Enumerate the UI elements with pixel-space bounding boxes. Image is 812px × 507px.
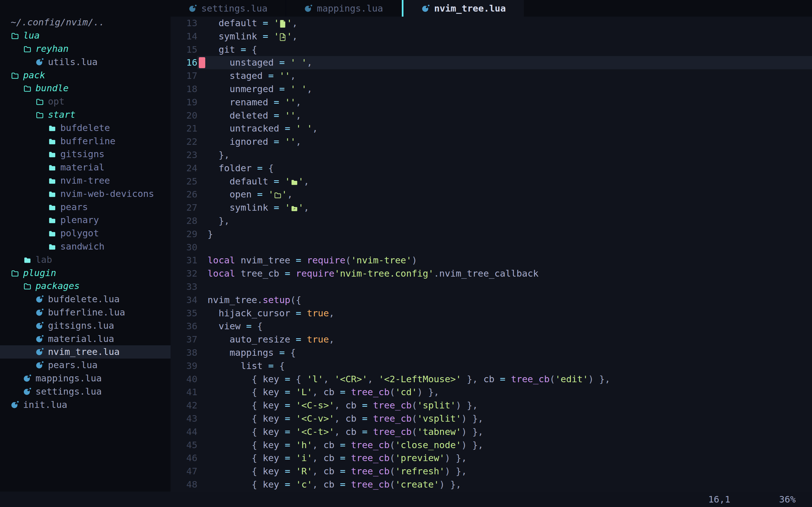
tree-item-gitsigns.lua[interactable]: gitsigns.lua [0, 319, 170, 332]
code-line-43[interactable]: 43 { key = '<C-v>', cb = tree_cb('vsplit… [170, 412, 812, 425]
code-line-46[interactable]: 46 { key = 'i', cb = tree_cb('preview') … [170, 452, 812, 465]
line-text: unmerged = ' ', [197, 82, 312, 96]
code-line-31[interactable]: 31local nvim_tree = require('nvim-tree') [170, 254, 812, 267]
code-line-38[interactable]: 38 mappings = { [170, 346, 812, 359]
code-line-40[interactable]: 40 { key = { 'l', '<CR>', '<2-LeftMouse>… [170, 373, 812, 386]
line-text: unstaged = ' ', [197, 56, 312, 69]
tree-item-nvim_tree.lua[interactable]: nvim_tree.lua [0, 345, 170, 358]
code-line-29[interactable]: 29} [170, 228, 812, 241]
token-pun: , [307, 83, 312, 94]
code-line-24[interactable]: 24 folder = { [170, 162, 812, 175]
token-pun: , [296, 110, 301, 121]
code-line-45[interactable]: 45 { key = 'h', cb = tree_cb('close_node… [170, 439, 812, 452]
tree-item-bufferline.lua[interactable]: bufferline.lua [0, 306, 170, 319]
code-line-37[interactable]: 37 auto_resize = true, [170, 333, 812, 346]
tree-item-utils.lua[interactable]: utils.lua [0, 55, 170, 68]
tree-item-label: gitsigns.lua [48, 320, 114, 331]
tree-item-material.lua[interactable]: material.lua [0, 332, 170, 345]
code-line-39[interactable]: 39 list = { [170, 359, 812, 373]
token-pun: }, [207, 216, 230, 226]
tree-item-start[interactable]: start [0, 108, 170, 121]
token-pun: { [207, 453, 263, 463]
code-line-18[interactable]: 18 unmerged = ' ', [170, 82, 812, 96]
token-str: ' [274, 31, 280, 42]
token-pun: , [335, 427, 345, 437]
code-line-13[interactable]: 13 default = '', [170, 17, 812, 30]
tree-item-label: packages [36, 281, 80, 291]
tree-item-init.lua[interactable]: init.lua [0, 398, 170, 411]
code-line-34[interactable]: 34nvim_tree.setup({ [170, 293, 812, 307]
code-line-26[interactable]: 26 open = '', [170, 188, 812, 201]
tree-item-pack[interactable]: pack [0, 68, 170, 82]
code-line-35[interactable]: 35 hijack_cursor = true, [170, 307, 812, 320]
code-line-44[interactable]: 44 { key = '<C-t>', cb = tree_cb('tabnew… [170, 425, 812, 439]
tree-item-bufferline[interactable]: bufferline [0, 134, 170, 148]
token-pun: { [207, 387, 263, 397]
tree-item-lab[interactable]: lab [0, 253, 170, 266]
tree-item-opt[interactable]: opt [0, 95, 170, 108]
tree-item-reyhan[interactable]: reyhan [0, 42, 170, 55]
code-line-33[interactable]: 33 [170, 280, 812, 293]
tree-item-label: opt [48, 96, 64, 107]
tree-item-packages[interactable]: packages [0, 279, 170, 293]
tree-item-nvim-tree[interactable]: nvim-tree [0, 174, 170, 187]
tree-item-material[interactable]: material [0, 161, 170, 174]
token-op: = [340, 466, 351, 476]
code-line-17[interactable]: 17 staged = '', [170, 69, 812, 82]
tree-item-mappings.lua[interactable]: mappings.lua [0, 372, 170, 385]
token-pun: ( [390, 440, 395, 450]
status-line: 16,1 36% [0, 492, 812, 507]
tree-item-bufdelete[interactable]: bufdelete [0, 121, 170, 134]
tree-item-sandwich[interactable]: sandwich [0, 240, 170, 253]
tab-nvim_tree.lua[interactable]: nvim_tree.lua [403, 0, 524, 17]
tree-item-plugin[interactable]: plugin [0, 266, 170, 279]
token-str: ' [298, 202, 304, 213]
line-number: 17 [170, 69, 197, 82]
tree-item-plenary[interactable]: plenary [0, 214, 170, 227]
token-op: = [268, 360, 279, 371]
tree-item-gitsigns[interactable]: gitsigns [0, 148, 170, 161]
tree-item-nvim-web-devicons[interactable]: nvim-web-devicons [0, 187, 170, 200]
line-number: 28 [170, 214, 197, 228]
code-line-25[interactable]: 25 default = '', [170, 175, 812, 188]
editor-pane[interactable]: 13 default = '',14 symlink = '',15 git =… [170, 17, 812, 492]
token-pun: { [207, 400, 263, 411]
line-text: { key = 'L', cb = tree_cb('cd') }, [197, 386, 439, 399]
code-line-16[interactable]: 16 unstaged = ' ', [170, 56, 812, 69]
tree-item-polygot[interactable]: polygot [0, 227, 170, 240]
tree-root-path[interactable]: ~/.config/nvim/.. [0, 16, 170, 29]
code-line-30[interactable]: 30 [170, 241, 812, 254]
line-number: 44 [170, 425, 197, 439]
tree-item-pears.lua[interactable]: pears.lua [0, 358, 170, 372]
code-line-21[interactable]: 21 untracked = ' ', [170, 122, 812, 135]
code-line-42[interactable]: 42 { key = '<C-s>', cb = tree_cb('split'… [170, 399, 812, 412]
tree-item-bundle[interactable]: bundle [0, 82, 170, 95]
code-line-41[interactable]: 41 { key = 'L', cb = tree_cb('cd') }, [170, 386, 812, 399]
code-line-14[interactable]: 14 symlink = '', [170, 30, 812, 43]
code-line-27[interactable]: 27 symlink = '', [170, 201, 812, 214]
tab-mappings.lua[interactable]: mappings.lua [286, 0, 402, 17]
tree-item-label: material [60, 162, 105, 173]
tree-item-pears[interactable]: pears [0, 200, 170, 214]
tab-settings.lua[interactable]: settings.lua [170, 0, 286, 17]
tree-item-lua[interactable]: lua [0, 29, 170, 42]
tree-item-label: bufferline [60, 136, 116, 147]
code-line-15[interactable]: 15 git = { [170, 43, 812, 56]
tree-item-label: start [48, 109, 75, 120]
tree-item-label: lua [23, 30, 40, 41]
code-line-28[interactable]: 28 }, [170, 214, 812, 228]
code-line-20[interactable]: 20 deleted = '', [170, 109, 812, 122]
code-line-22[interactable]: 22 ignored = '', [170, 135, 812, 149]
code-line-23[interactable]: 23 }, [170, 149, 812, 162]
token-str: ' [268, 189, 274, 200]
token-op: = [285, 440, 296, 450]
code-line-36[interactable]: 36 view = { [170, 320, 812, 333]
token-pun: , [292, 31, 298, 42]
code-line-32[interactable]: 32local tree_cb = require'nvim-tree.conf… [170, 267, 812, 280]
tree-item-settings.lua[interactable]: settings.lua [0, 385, 170, 398]
code-line-47[interactable]: 47 { key = 'R', cb = tree_cb('refresh') … [170, 465, 812, 478]
code-line-19[interactable]: 19 renamed = '', [170, 96, 812, 109]
code-line-48[interactable]: 48 { key = 'c', cb = tree_cb('create') }… [170, 478, 812, 491]
tree-item-bufdelete.lua[interactable]: bufdelete.lua [0, 293, 170, 306]
token-pun: , [296, 136, 301, 147]
